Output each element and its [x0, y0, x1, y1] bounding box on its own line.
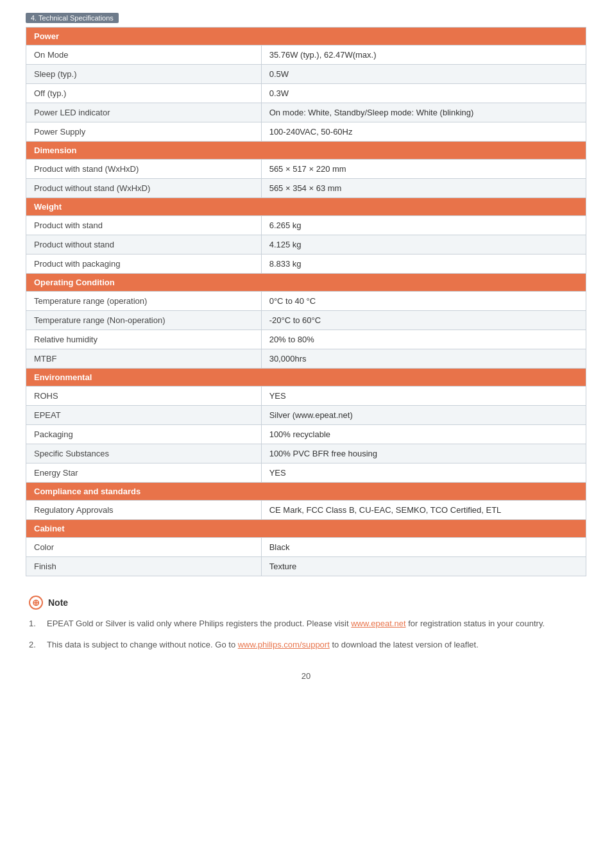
row-label: Product with stand (WxHxD) — [26, 160, 262, 179]
table-row: FinishTexture — [26, 557, 586, 576]
row-label: Relative humidity — [26, 330, 262, 349]
category-row: Power — [26, 28, 586, 46]
row-value: 8.833 kg — [261, 255, 586, 274]
row-label: Product with stand — [26, 216, 262, 235]
category-row: Environmental — [26, 369, 586, 387]
table-row: Power LED indicatorOn mode: White, Stand… — [26, 103, 586, 122]
row-value: 100% PVC BFR free housing — [261, 444, 586, 463]
note-list: 1.EPEAT Gold or Silver is valid only whe… — [29, 617, 586, 652]
row-label: Color — [26, 538, 262, 557]
row-label: Specific Substances — [26, 444, 262, 463]
row-label: Temperature range (Non-operation) — [26, 311, 262, 330]
table-row: Temperature range (operation)0°C to 40 °… — [26, 292, 586, 311]
row-label: Product without stand (WxHxD) — [26, 179, 262, 198]
specs-table: PowerOn Mode35.76W (typ.), 62.47W(max.)S… — [26, 27, 586, 576]
row-label: Energy Star — [26, 463, 262, 483]
row-value: Texture — [261, 557, 586, 576]
table-row: MTBF30,000hrs — [26, 349, 586, 369]
row-value: 35.76W (typ.), 62.47W(max.) — [261, 46, 586, 65]
note-text: This data is subject to change without n… — [47, 638, 479, 652]
row-value: YES — [261, 463, 586, 483]
row-label: Power LED indicator — [26, 103, 262, 122]
row-value: 100% recyclable — [261, 425, 586, 444]
table-row: EPEATSilver (www.epeat.net) — [26, 406, 586, 425]
note-link[interactable]: www.philips.com/support — [238, 640, 330, 649]
category-row: Dimension — [26, 142, 586, 160]
note-title: ⊕ Note — [29, 596, 586, 610]
row-value: YES — [261, 387, 586, 406]
section-tag: 4. Technical Specifications — [26, 13, 586, 27]
row-label: Off (typ.) — [26, 84, 262, 103]
row-value: 0.5W — [261, 65, 586, 84]
row-label: Finish — [26, 557, 262, 576]
row-value: Black — [261, 538, 586, 557]
table-row: Product with stand (WxHxD)565 × 517 × 22… — [26, 160, 586, 179]
table-row: On Mode35.76W (typ.), 62.47W(max.) — [26, 46, 586, 65]
category-row: Operating Condition — [26, 274, 586, 292]
note-item: 2.This data is subject to change without… — [29, 638, 586, 652]
row-value: 0°C to 40 °C — [261, 292, 586, 311]
note-text: EPEAT Gold or Silver is valid only where… — [47, 617, 545, 631]
table-row: Product without stand4.125 kg — [26, 235, 586, 255]
row-label: Product with packaging — [26, 255, 262, 274]
category-row: Compliance and standards — [26, 483, 586, 501]
row-value: CE Mark, FCC Class B, CU-EAC, SEMKO, TCO… — [261, 501, 586, 520]
row-value: 6.265 kg — [261, 216, 586, 235]
table-row: Off (typ.)0.3W — [26, 84, 586, 103]
row-label: Power Supply — [26, 122, 262, 142]
row-value: 20% to 80% — [261, 330, 586, 349]
note-title-text: Note — [48, 597, 68, 608]
table-row: Product without stand (WxHxD)565 × 354 ×… — [26, 179, 586, 198]
table-row: Energy StarYES — [26, 463, 586, 483]
row-label: EPEAT — [26, 406, 262, 425]
row-label: Temperature range (operation) — [26, 292, 262, 311]
row-value: 100-240VAC, 50-60Hz — [261, 122, 586, 142]
note-item: 1.EPEAT Gold or Silver is valid only whe… — [29, 617, 586, 631]
row-value: 4.125 kg — [261, 235, 586, 255]
table-row: Power Supply100-240VAC, 50-60Hz — [26, 122, 586, 142]
row-value: -20°C to 60°C — [261, 311, 586, 330]
row-value: 30,000hrs — [261, 349, 586, 369]
row-label: ROHS — [26, 387, 262, 406]
note-link[interactable]: www.epeat.net — [351, 619, 405, 628]
note-number: 1. — [29, 617, 40, 631]
table-row: ROHSYES — [26, 387, 586, 406]
table-row: Temperature range (Non-operation)-20°C t… — [26, 311, 586, 330]
note-number: 2. — [29, 638, 40, 652]
table-row: Product with stand6.265 kg — [26, 216, 586, 235]
table-row: Relative humidity20% to 80% — [26, 330, 586, 349]
table-row: ColorBlack — [26, 538, 586, 557]
table-row: Sleep (typ.)0.5W — [26, 65, 586, 84]
row-value: 565 × 354 × 63 mm — [261, 179, 586, 198]
notes-section: ⊕ Note 1.EPEAT Gold or Silver is valid o… — [26, 596, 586, 652]
row-label: MTBF — [26, 349, 262, 369]
row-value: On mode: White, Standby/Sleep mode: Whit… — [261, 103, 586, 122]
category-row: Weight — [26, 198, 586, 216]
page-number: 20 — [26, 671, 586, 681]
row-value: Silver (www.epeat.net) — [261, 406, 586, 425]
table-row: Specific Substances100% PVC BFR free hou… — [26, 444, 586, 463]
table-row: Regulatory ApprovalsCE Mark, FCC Class B… — [26, 501, 586, 520]
row-label: Sleep (typ.) — [26, 65, 262, 84]
category-row: Cabinet — [26, 520, 586, 538]
row-label: Regulatory Approvals — [26, 501, 262, 520]
row-value: 0.3W — [261, 84, 586, 103]
row-label: On Mode — [26, 46, 262, 65]
table-row: Product with packaging8.833 kg — [26, 255, 586, 274]
row-value: 565 × 517 × 220 mm — [261, 160, 586, 179]
row-label: Packaging — [26, 425, 262, 444]
row-label: Product without stand — [26, 235, 262, 255]
note-icon: ⊕ — [29, 596, 43, 610]
table-row: Packaging100% recyclable — [26, 425, 586, 444]
